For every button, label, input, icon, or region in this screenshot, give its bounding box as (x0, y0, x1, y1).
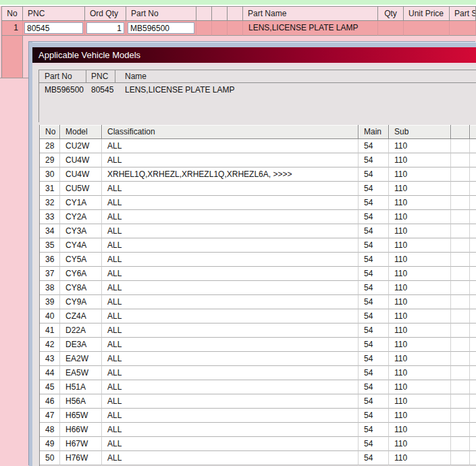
cell-empty (451, 451, 470, 465)
cell: 54 (359, 210, 389, 224)
cell: H65W (60, 409, 102, 423)
column-header-part-status: Part S (450, 7, 476, 21)
cell: CU4W (60, 167, 102, 182)
table-row[interactable]: 35CY4AALL54110 (40, 238, 476, 253)
cell: 36 (40, 253, 60, 267)
cell: 50 (40, 451, 60, 465)
cell: ALL (102, 196, 359, 210)
models-header-main[interactable]: Main (359, 125, 389, 139)
table-row[interactable]: 31CU5WALL54110 (40, 182, 476, 196)
table-row[interactable]: 50H76WALL54110 (40, 451, 476, 465)
models-header-sub[interactable]: Sub (389, 125, 451, 139)
cell: 41 (40, 323, 60, 338)
cell: 110 (389, 409, 451, 423)
cell: 33 (40, 210, 60, 224)
cell-empty (451, 380, 470, 394)
pnc-input[interactable] (24, 22, 83, 34)
part-info-header: Part No PNC Name (39, 70, 476, 83)
cell: CU5W (60, 182, 102, 196)
cell: 110 (389, 267, 451, 281)
column-header-empty (212, 7, 228, 21)
cell: 54 (359, 281, 389, 295)
table-row[interactable]: 48H66WALL54110 (40, 423, 476, 437)
models-table-header: No Model Classification Main Sub (40, 125, 476, 139)
cell: 54 (359, 295, 389, 309)
table-row[interactable]: 47H65WALL54110 (40, 409, 476, 423)
cell: 47 (40, 409, 60, 423)
table-row[interactable]: 34CY3AALL54110 (40, 224, 476, 238)
models-table-body: 28CU2WALL5411029CU4WALL5411030CU4WXRHEL1… (40, 139, 476, 465)
cell: 110 (389, 394, 451, 409)
cell: EA2W (60, 352, 102, 366)
models-table: No Model Classification Main Sub 28CU2WA… (39, 125, 476, 466)
table-row[interactable]: 37CY6AALL54110 (40, 267, 476, 281)
table-row[interactable]: 41D22AALL54110 (40, 323, 476, 338)
cell: ALL (102, 309, 359, 323)
order-table: No PNC Ord Qty Part No Part Name Qty Uni… (1, 6, 476, 36)
row-gutter-remnant (1, 36, 23, 78)
cell: CY4A (60, 238, 102, 253)
models-header-classification[interactable]: Classification (102, 125, 359, 139)
cell: ALL (102, 210, 359, 224)
table-row[interactable]: 40CZ4AALL54110 (40, 309, 476, 323)
table-row[interactable]: 46H56AALL54110 (40, 394, 476, 409)
table-row[interactable]: 29CU4WALL54110 (40, 153, 476, 167)
ord-qty-input[interactable] (86, 22, 124, 34)
cell: 44 (40, 366, 60, 380)
cell: 30 (40, 167, 60, 182)
cell-empty (470, 409, 476, 423)
cell: 110 (389, 253, 451, 267)
cell-empty (470, 153, 476, 167)
table-row[interactable]: 42DE3AALL54110 (40, 338, 476, 352)
cell: 54 (359, 182, 389, 196)
cell: 110 (389, 281, 451, 295)
cell-empty (470, 238, 476, 253)
cell-empty (451, 309, 470, 323)
cell-empty (451, 182, 470, 196)
dialog-title-bar[interactable]: Applicable Vehicle Models (32, 47, 476, 63)
table-row[interactable]: 44EA5WALL54110 (40, 366, 476, 380)
cell: 45 (40, 380, 60, 394)
table-row[interactable]: 38CY8AALL54110 (40, 281, 476, 295)
cell: ALL (102, 253, 359, 267)
table-row[interactable]: 36CY5AALL54110 (40, 253, 476, 267)
cell: ALL (102, 394, 359, 409)
cell: ALL (102, 238, 359, 253)
table-row[interactable]: 33CY2AALL54110 (40, 210, 476, 224)
cell: 32 (40, 196, 60, 210)
table-row[interactable]: 32CY1AALL54110 (40, 196, 476, 210)
cell: ALL (102, 153, 359, 167)
part-info-header-pnc: PNC (86, 70, 115, 82)
table-row[interactable]: 30CU4WXRHEL1Q,XRHEZL,XRHEZL1Q,XRHEZL6A, … (40, 167, 476, 182)
cell: CY6A (60, 267, 102, 281)
cell: 35 (40, 238, 60, 253)
table-row[interactable]: 49H67WALL54110 (40, 437, 476, 451)
column-header-part-name: Part Name (243, 7, 378, 21)
table-row[interactable]: 43EA2WALL54110 (40, 352, 476, 366)
table-row[interactable]: 28CU2WALL54110 (40, 139, 476, 153)
models-header-no[interactable]: No (40, 125, 60, 139)
part-info-header-name: Name (115, 70, 476, 82)
table-row[interactable]: 39CY9AALL54110 (40, 295, 476, 309)
cell: H51A (60, 380, 102, 394)
cell: 28 (40, 139, 60, 153)
cell: CY5A (60, 253, 102, 267)
models-header-empty (470, 125, 476, 139)
cell-empty (470, 295, 476, 309)
cell: ALL (102, 352, 359, 366)
cell-empty (470, 366, 476, 380)
empty-cell (228, 21, 243, 36)
models-header-model[interactable]: Model (60, 125, 102, 139)
cell: CU2W (60, 139, 102, 153)
cell-empty (451, 323, 470, 338)
cell-empty (470, 352, 476, 366)
cell-empty (451, 394, 470, 409)
part-no-input[interactable] (128, 22, 194, 34)
cell: 54 (359, 167, 389, 182)
cell: 110 (389, 338, 451, 352)
empty-cell (196, 21, 212, 36)
table-row[interactable]: 45H51AALL54110 (40, 380, 476, 394)
cell: XRHEL1Q,XRHEZL,XRHEZL1Q,XRHEZL6A, >>>> (102, 167, 359, 182)
cell: 110 (389, 295, 451, 309)
dialog-client-area: Part No PNC Name MB596500 80545 LENS,LIC… (32, 66, 476, 466)
